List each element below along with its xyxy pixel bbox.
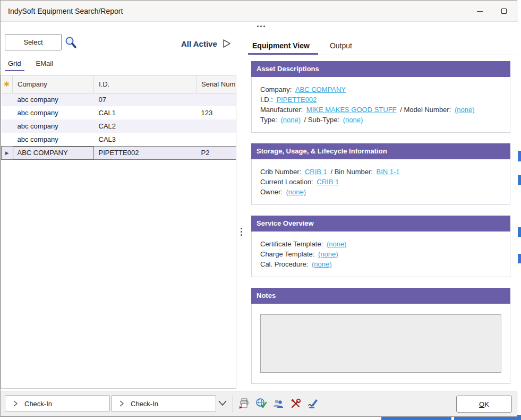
grid-gutter-header[interactable]: ✱ [2, 75, 13, 93]
filter-selector[interactable]: All Active [181, 39, 231, 48]
section-header: Storage, Usage, & Lifecycle Information [251, 143, 510, 159]
section-line: I.D.: PIPETTE002 [260, 95, 501, 105]
chevron-down-icon[interactable] [217, 399, 228, 407]
field-label: / Bin Number: [329, 168, 375, 176]
left-tabs: Grid EMail [5, 58, 56, 71]
grid-cell-company: abc company [13, 93, 94, 106]
check-in-label: Check-In [24, 400, 52, 408]
signature-button[interactable] [306, 397, 320, 410]
field-link[interactable]: CRIB 1 [317, 178, 339, 186]
grid-cell-serial [197, 133, 237, 146]
section-line: Company: ABC COMPANY [260, 84, 501, 95]
toolbar-separator [233, 395, 233, 413]
grid-cell-id: 07 [94, 93, 197, 106]
bottom-toolbar: Check-In Check-In [1, 391, 517, 416]
info-section: Storage, Usage, & Lifecycle Information … [251, 143, 510, 205]
check-in-button-2[interactable]: Check-In [111, 395, 216, 412]
grid-cell-id: PIPETTE002 [94, 146, 197, 159]
table-row[interactable]: abc company CAL1 123 [2, 106, 237, 119]
check-in-button-1[interactable]: Check-In [5, 395, 110, 412]
maximize-button[interactable] [492, 1, 516, 22]
signature-icon [307, 398, 319, 409]
print-button[interactable] [237, 397, 251, 410]
table-row[interactable]: ▶ ABC COMPANY PIPETTE002 P2 [2, 146, 237, 159]
row-indicator [2, 93, 13, 106]
grid-cell-serial [197, 93, 237, 106]
grid-cell-serial: 123 [197, 106, 237, 119]
field-link[interactable]: (none) [455, 106, 475, 114]
select-button[interactable]: Select [5, 34, 62, 50]
field-link[interactable]: MIKE MAKES GOOD STUFF [306, 106, 397, 114]
section-line: Certificate Template: (none) [260, 239, 501, 249]
field-link[interactable]: PIPETTE002 [276, 96, 317, 104]
splitter-grip-icon [241, 228, 242, 236]
section-header: Asset Descriptions [251, 61, 510, 77]
table-row[interactable]: abc company 07 [2, 93, 237, 106]
maximize-icon [501, 8, 507, 14]
column-header-company[interactable]: Company [13, 75, 94, 93]
tools-button[interactable] [289, 397, 303, 410]
table-row[interactable]: abc company CAL3 [2, 133, 237, 146]
section-line: Charge Template: (none) [260, 249, 501, 259]
search-icon[interactable] [64, 36, 77, 49]
section-body: Crib Number: CRIB 1 / Bin Number: BIN 1-… [251, 159, 510, 205]
sections: Asset Descriptions Company: ABC COMPANYI… [251, 61, 510, 392]
field-link[interactable]: (none) [343, 116, 363, 124]
field-link[interactable]: ABC COMPANY [295, 85, 346, 93]
section-body: Certificate Template: (none)Charge Templ… [251, 232, 510, 277]
background-window-fragment [381, 417, 451, 420]
field-link[interactable]: BIN 1-1 [377, 168, 400, 176]
filter-label: All Active [181, 39, 217, 48]
tools-icon [290, 398, 302, 409]
notes-textarea[interactable] [260, 314, 501, 373]
minimize-button[interactable] [467, 1, 492, 22]
info-section: Asset Descriptions Company: ABC COMPANYI… [251, 61, 510, 133]
column-header-id[interactable]: I.D. [94, 75, 197, 93]
field-link[interactable]: (none) [280, 116, 301, 124]
tab-grid[interactable]: Grid [5, 58, 24, 71]
grid-cell-serial: P2 [197, 146, 237, 159]
minimize-icon [477, 11, 483, 12]
tab-email[interactable]: EMail [33, 58, 57, 71]
section-body [251, 304, 510, 384]
grid-cell-id: CAL3 [94, 133, 197, 146]
field-link[interactable]: (none) [327, 240, 347, 248]
panel-splitter-handle[interactable] [257, 25, 265, 27]
background-window-fragment [518, 227, 521, 237]
row-indicator [2, 119, 13, 133]
grid-cell-company: abc company [13, 119, 94, 133]
pane-splitter[interactable] [236, 75, 246, 389]
table-row[interactable]: abc company CAL2 [2, 119, 237, 133]
section-line: Manufacturer: MIKE MAKES GOOD STUFF / Mo… [260, 105, 501, 115]
users-button[interactable] [271, 397, 285, 410]
field-label: Company: [260, 85, 294, 93]
print-icon [238, 398, 250, 409]
grid-cell-company: abc company [13, 106, 94, 119]
field-link[interactable]: (none) [318, 250, 338, 258]
field-label: Crib Number: [260, 168, 303, 176]
ok-button[interactable]: OK [456, 396, 512, 413]
column-header-serial[interactable]: Serial Num [197, 75, 237, 93]
field-link[interactable]: (none) [286, 188, 306, 196]
checkin-icon [118, 400, 125, 407]
tab-equipment-view[interactable]: Equipment View [248, 38, 318, 55]
section-header: Service Overview [251, 216, 510, 232]
titlebar: IndySoft Equipment Search/Report [1, 1, 517, 22]
row-indicator [2, 133, 13, 146]
checkin-icon [12, 400, 19, 407]
grid-cell-company: ABC COMPANY [13, 146, 94, 159]
field-link[interactable]: CRIB 1 [305, 168, 327, 176]
field-label: Current Location: [260, 178, 315, 186]
section-line: Current Location: CRIB 1 [260, 177, 501, 187]
info-section: Notes [251, 288, 510, 384]
background-window-fragment [518, 254, 521, 263]
field-label: Type: [260, 116, 279, 124]
field-label: / Sub-Type: [302, 116, 341, 124]
users-icon [272, 398, 284, 409]
section-header: Notes [251, 288, 510, 304]
field-link[interactable]: (none) [312, 260, 332, 268]
results-grid: ✱ Company I.D. Serial Num abc company 07… [1, 75, 236, 389]
tab-output[interactable]: Output [326, 38, 361, 55]
web-sync-button[interactable] [254, 397, 268, 410]
asterisk-icon: ✱ [4, 80, 10, 88]
